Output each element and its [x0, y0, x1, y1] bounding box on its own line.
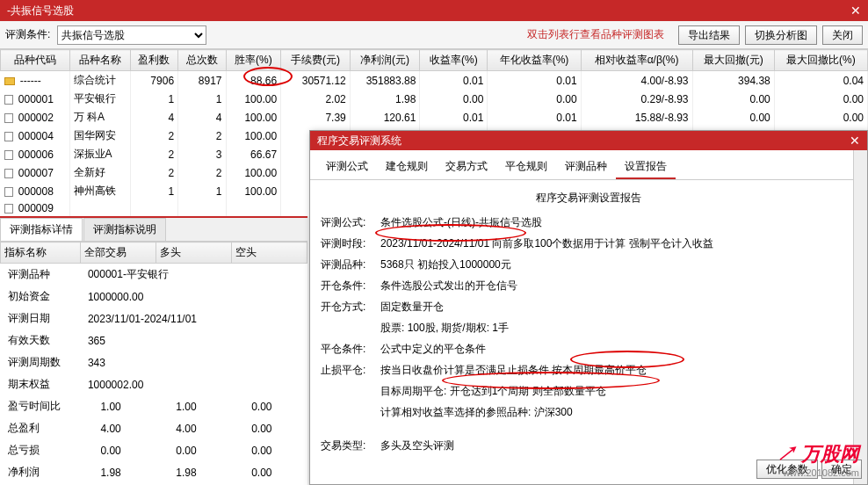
popup-tab[interactable]: 设置报告: [616, 156, 676, 179]
column-header[interactable]: 最大回撤(元): [692, 50, 774, 71]
table-row[interactable]: 000002万 科A44100.007.39120.610.010.0115.8…: [1, 108, 868, 127]
report-line: 开仓方式:固定数量开仓: [321, 296, 857, 317]
folder-icon: [4, 77, 15, 85]
scrollbar[interactable]: [853, 150, 867, 484]
report-line: 评测时段:2023/11/01-2024/11/01 向前多取100个数据用于计…: [321, 233, 857, 254]
detail-row: 评测周期数343: [1, 351, 307, 373]
detail-row: 总亏损0.000.000.00: [1, 439, 307, 461]
column-header[interactable]: 最大回撤比(%): [774, 50, 867, 71]
popup-body: 程序交易评测设置报告 评测公式:条件选股公式-(日线)-共振信号选股评测时段:2…: [310, 180, 867, 463]
condition-select[interactable]: 共振信号选股: [57, 25, 206, 45]
detail-column-header: 指标名称: [1, 242, 81, 264]
main-titlebar: -共振信号选股 ✕: [0, 0, 868, 21]
report-line: 计算相对收益率选择的参照品种: 沪深300: [321, 402, 857, 423]
detail-column-header: 全部交易: [81, 242, 156, 264]
watermark-url: www.201082.com: [777, 467, 859, 478]
report-line: 评测品种:5368只 初始投入1000000元: [321, 254, 857, 275]
page-icon: [4, 187, 13, 197]
switch-chart-button[interactable]: 切换分析图: [745, 25, 817, 45]
popup-tab[interactable]: 平仓规则: [496, 156, 556, 179]
column-header[interactable]: 品种代码: [1, 50, 70, 71]
popup-title: 程序交易评测系统: [317, 131, 401, 150]
toolbar: 评测条件: 共振信号选股 双击列表行查看品种评测图表 导出结果 切换分析图 关闭: [0, 21, 868, 49]
page-icon: [4, 169, 13, 178]
tab-explain[interactable]: 评测指标说明: [83, 218, 166, 241]
detail-row: 有效天数365: [1, 329, 307, 351]
page-icon: [4, 150, 13, 160]
page-icon: [4, 132, 13, 141]
report-line: 止损平仓:按当日收盘价计算是否满足止损条件 按本周期最高价平仓: [321, 359, 857, 380]
popup-tab[interactable]: 交易方式: [437, 156, 496, 179]
detail-row: 净利润1.981.980.00: [1, 461, 307, 483]
table-row[interactable]: ------综合统计7906891788.6630571.12351883.88…: [1, 71, 868, 90]
popup-tab[interactable]: 建仓规则: [377, 156, 437, 179]
watermark-logo: ↗ 万股网: [777, 441, 859, 467]
page-icon: [4, 95, 13, 105]
popup-tabs: 评测公式建仓规则交易方式平仓规则评测品种设置报告: [310, 150, 867, 180]
page-icon: [4, 113, 13, 123]
export-button[interactable]: 导出结果: [678, 25, 740, 45]
table-row[interactable]: 000001平安银行11100.002.021.980.000.000.29/-…: [1, 90, 868, 108]
column-header[interactable]: 总次数: [178, 50, 226, 71]
report-dialog: 程序交易评测系统 ✕ 评测公式建仓规则交易方式平仓规则评测品种设置报告 程序交易…: [309, 130, 868, 485]
page-icon: [4, 204, 13, 214]
close-button[interactable]: 关闭: [822, 25, 863, 45]
window-title: -共振信号选股: [7, 0, 74, 21]
detail-row: 盈亏时间比1.001.000.00: [1, 395, 307, 417]
column-header[interactable]: 胜率(%): [226, 50, 281, 71]
detail-row: 评测日期2023/11/01-2024/11/01: [1, 308, 307, 329]
column-header[interactable]: 盈利数: [130, 50, 177, 71]
watermark: ↗ 万股网 www.201082.com: [777, 441, 859, 478]
detail-row: 初始资金1000000.00: [1, 286, 307, 308]
column-header[interactable]: 相对收益率α/β(%): [581, 50, 692, 71]
column-header[interactable]: 收益率(%): [420, 50, 488, 71]
report-line: 开仓条件:条件选股公式发出的开仓信号: [321, 275, 857, 296]
detail-column-header: 多头: [156, 242, 232, 264]
condition-label: 评测条件:: [5, 27, 50, 42]
report-line: 股票: 100股, 期货/期权: 1手: [321, 317, 857, 338]
close-icon[interactable]: ✕: [850, 0, 861, 21]
column-header[interactable]: 年化收益率(%): [488, 50, 581, 71]
detail-table: 指标名称全部交易多头空头 评测品种000001-平安银行初始资金1000000.…: [0, 242, 307, 485]
detail-panel: 评测指标详情 评测指标说明 指标名称全部交易多头空头 评测品种000001-平安…: [0, 216, 307, 485]
report-line: 评测公式:条件选股公式-(日线)-共振信号选股: [321, 212, 857, 233]
popup-close-icon[interactable]: ✕: [850, 131, 860, 150]
detail-row: 评测品种000001-平安银行: [1, 264, 307, 286]
detail-row: 期末权益1000002.00: [1, 373, 307, 395]
detail-column-header: 空头: [232, 242, 307, 264]
report-heading: 程序交易评测设置报告: [321, 187, 857, 208]
popup-tab[interactable]: 评测品种: [556, 156, 616, 179]
detail-row: 总盈利4.004.000.00: [1, 417, 307, 439]
report-line: 平仓条件:公式中定义的平仓条件: [321, 338, 857, 359]
tab-detail[interactable]: 评测指标详情: [0, 218, 83, 241]
column-header[interactable]: 净利润(元): [350, 50, 420, 71]
column-header[interactable]: 品种名称: [69, 50, 130, 71]
toolbar-hint: 双击列表行查看品种评测图表: [527, 27, 664, 42]
column-header[interactable]: 手续费(元): [281, 50, 351, 71]
popup-tab[interactable]: 评测公式: [317, 156, 377, 179]
report-line: 目标周期平仓: 开仓达到1个周期 则全部数量平仓: [321, 380, 857, 402]
